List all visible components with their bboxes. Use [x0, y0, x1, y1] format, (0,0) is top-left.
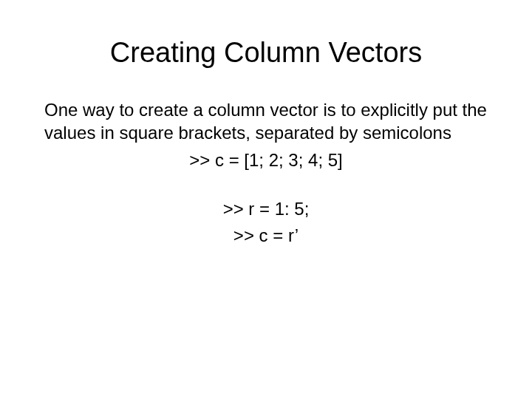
slide-title: Creating Column Vectors — [44, 37, 488, 69]
description-paragraph: One way to create a column vector is to … — [44, 98, 488, 144]
code-line-1: >> c = [1; 2; 3; 4; 5] — [44, 150, 488, 171]
code-line-3: >> c = r’ — [44, 225, 488, 246]
code-line-2: >> r = 1: 5; — [44, 199, 488, 219]
spacer — [44, 177, 488, 199]
